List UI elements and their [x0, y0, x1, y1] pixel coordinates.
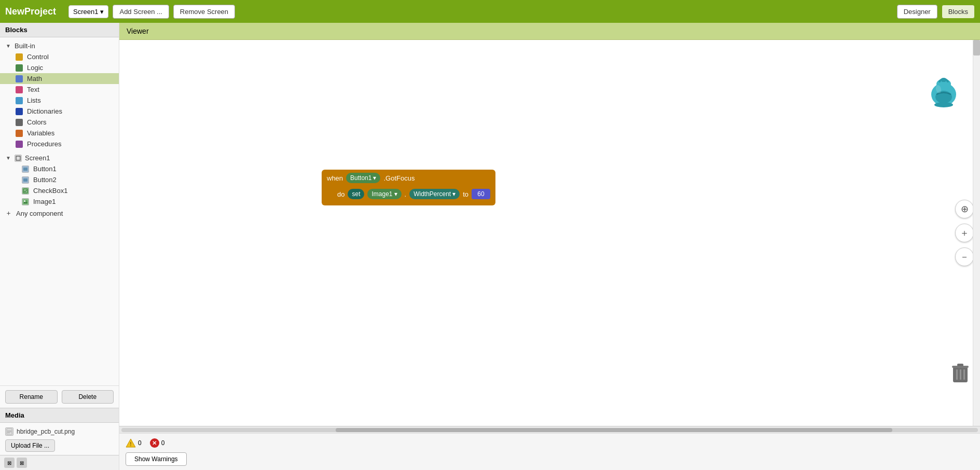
icon-1[interactable]: ⊠: [4, 458, 15, 468]
rename-delete-bar: Rename Delete: [0, 385, 119, 408]
sidebar-item-checkbox1[interactable]: CheckBox1: [6, 185, 119, 196]
svg-rect-7: [7, 431, 11, 431]
dictionaries-color-icon: [16, 108, 23, 115]
block-group: when Button1 ▾ .GotFocus do set Image1: [322, 170, 495, 205]
screen1-icon: [15, 155, 22, 162]
lists-color-icon: [16, 97, 23, 104]
control-color-icon: [16, 53, 23, 61]
any-component-expand-icon: ＋: [5, 209, 12, 218]
zoom-out-button[interactable]: －: [955, 247, 974, 266]
error-circle-icon: ✕: [150, 438, 159, 448]
image1-label: Image1: [33, 198, 56, 205]
icon-2[interactable]: ⊠: [17, 458, 27, 468]
zoom-in-button[interactable]: ＋: [955, 224, 974, 242]
sidebar-item-colors[interactable]: Colors: [0, 117, 119, 128]
file-icon: [5, 427, 13, 436]
sidebar-item-image1[interactable]: Image1: [6, 196, 119, 207]
button2-label: Button2: [33, 176, 57, 184]
button1-label: Button1: [33, 165, 57, 173]
sidebar-item-math[interactable]: Math: [0, 73, 119, 84]
upload-file-button[interactable]: Upload File ...: [5, 439, 55, 452]
button2-icon: [22, 176, 29, 184]
sidebar-item-variables[interactable]: Variables: [0, 128, 119, 139]
media-header: Media: [0, 408, 119, 423]
add-screen-button[interactable]: Add Screen ...: [113, 5, 169, 19]
scrollbar-thumb[interactable]: [336, 428, 892, 432]
svg-rect-13: [942, 79, 946, 82]
left-panel: Blocks ▼ Built-in Control Logic Math: [0, 23, 119, 470]
media-file-item: hbridge_pcb_cut.png: [5, 426, 114, 437]
svg-rect-21: [963, 369, 965, 380]
variables-label: Variables: [27, 129, 54, 137]
button1-block[interactable]: Button1 ▾: [346, 173, 380, 183]
warning-row: ! 0 ✕ 0: [126, 438, 974, 448]
sidebar-item-logic[interactable]: Logic: [0, 62, 119, 73]
scrollbar-track: [121, 428, 978, 432]
svg-point-5: [24, 200, 25, 202]
set-block: set: [348, 189, 364, 199]
text-label: Text: [27, 86, 39, 93]
warning-triangle-icon: !: [126, 438, 136, 448]
main-layout: Blocks ▼ Built-in Control Logic Math: [0, 23, 980, 470]
svg-rect-19: [956, 369, 958, 380]
sidebar-item-control[interactable]: Control: [0, 51, 119, 62]
value-block[interactable]: 60: [472, 189, 490, 199]
trash-icon[interactable]: [951, 362, 970, 384]
blocks-tree: ▼ Built-in Control Logic Math: [0, 37, 119, 385]
right-scrollbar[interactable]: [973, 40, 980, 426]
backpack-icon: [928, 71, 959, 107]
built-in-section[interactable]: ▼ Built-in: [0, 40, 119, 51]
built-in-label: Built-in: [15, 42, 35, 50]
widthpercent-block[interactable]: WidthPercent ▾: [409, 189, 460, 199]
sidebar-item-lists[interactable]: Lists: [0, 95, 119, 106]
do-label: do: [337, 190, 344, 198]
button1-icon: [22, 165, 29, 173]
gotfocus-label: .GotFocus: [383, 174, 415, 182]
svg-rect-18: [957, 364, 963, 366]
block-when-row: when Button1 ▾ .GotFocus: [322, 170, 495, 186]
text-color-icon: [16, 86, 23, 93]
svg-rect-0: [16, 156, 20, 160]
viewer-scrollbar[interactable]: [119, 426, 980, 433]
sidebar-item-procedures[interactable]: Procedures: [0, 139, 119, 149]
sidebar-item-button1[interactable]: Button1: [6, 163, 119, 174]
topbar: NewProject Screen1 ▾ Add Screen ... Remo…: [0, 0, 980, 23]
blocks-button[interactable]: Blocks: [942, 5, 975, 19]
image1-block[interactable]: Image1 ▾: [367, 189, 401, 199]
screen1-section[interactable]: ▼ Screen1: [0, 153, 119, 163]
target-icon[interactable]: ⊕: [955, 200, 974, 218]
media-filename: hbridge_pcb_cut.png: [17, 428, 75, 435]
sidebar-item-button2[interactable]: Button2: [6, 174, 119, 185]
svg-text:!: !: [130, 441, 131, 447]
procedures-color-icon: [16, 141, 23, 148]
right-scroll-thumb[interactable]: [973, 40, 980, 56]
show-warnings-button[interactable]: Show Warnings: [126, 452, 187, 466]
svg-rect-2: [23, 178, 27, 182]
blocks-section-header: Blocks: [0, 23, 119, 37]
svg-rect-9: [7, 433, 10, 433]
block-do-row: do set Image1 ▾ . WidthPercent ▾ to: [322, 186, 495, 205]
viewer-canvas[interactable]: when Button1 ▾ .GotFocus do set Image1: [119, 40, 980, 426]
any-component-label: Any component: [16, 210, 63, 217]
viewer-bottom: ! 0 ✕ 0 Show Warnings: [119, 433, 980, 470]
to-label: to: [463, 190, 468, 198]
rename-button[interactable]: Rename: [5, 390, 58, 404]
project-title: NewProject: [5, 6, 56, 17]
svg-point-15: [934, 102, 953, 107]
svg-rect-1: [23, 168, 27, 171]
dot-separator: .: [405, 190, 407, 198]
media-section: Media hbridge_pcb_cut.png Upload File ..…: [0, 408, 119, 455]
svg-rect-8: [7, 432, 11, 432]
sidebar-item-dictionaries[interactable]: Dictionaries: [0, 106, 119, 117]
screen-dropdown[interactable]: Screen1 ▾: [68, 5, 108, 18]
sidebar-item-any-component[interactable]: ＋ Any component: [0, 207, 119, 219]
colors-color-icon: [16, 119, 23, 126]
designer-button[interactable]: Designer: [897, 5, 937, 19]
errors-item: ✕ 0: [150, 438, 165, 448]
control-label: Control: [27, 53, 49, 61]
logic-label: Logic: [27, 64, 43, 72]
screen1-collapse-icon: ▼: [5, 155, 11, 161]
remove-screen-button[interactable]: Remove Screen: [173, 5, 235, 19]
delete-button[interactable]: Delete: [62, 390, 114, 404]
sidebar-item-text[interactable]: Text: [0, 84, 119, 95]
